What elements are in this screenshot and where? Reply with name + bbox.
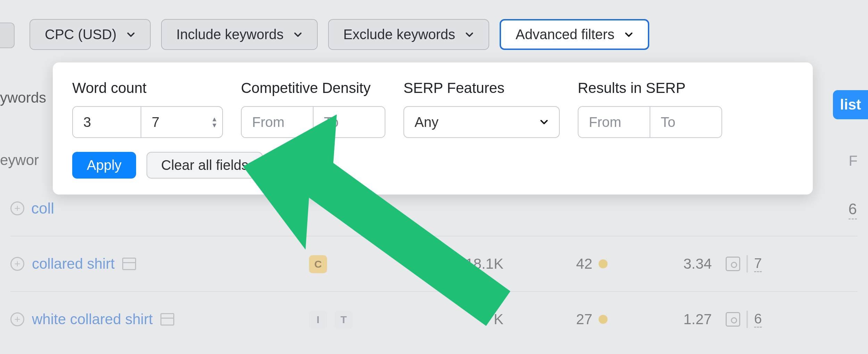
competitive-density-to-input[interactable] (314, 107, 385, 137)
apply-button-label: Apply (87, 157, 122, 173)
filter-bar: CPC (USD) Include keywords Exclude keywo… (0, 19, 868, 50)
word-count-label: Word count (72, 80, 223, 96)
sf-count: 7 (754, 256, 762, 272)
sf-count-fragment: 6 (849, 200, 857, 219)
exclude-keywords-label: Exclude keywords (343, 27, 455, 42)
include-keywords-filter[interactable]: Include keywords (161, 19, 318, 50)
serp-features-group: SERP Features Any (403, 80, 560, 138)
cropped-text: eywor (0, 152, 49, 169)
keyword-table: + collared shirt C 18.1K 42 3.34 7 + whi… (0, 236, 868, 347)
results-in-serp-range (578, 106, 722, 138)
advanced-filters-popover: Word count ▴ ▾ Competitive Density SERP … (53, 62, 813, 195)
list-chip-label: list (840, 96, 861, 113)
serp-features-label: SERP Features (403, 80, 560, 96)
open-icon[interactable] (160, 313, 174, 326)
table-row: + white collared shirt I T K 27 1.27 6 (10, 291, 858, 347)
column-header-fragment: F (849, 153, 858, 169)
number-stepper[interactable]: ▴ ▾ (209, 107, 222, 137)
include-keywords-label: Include keywords (176, 27, 284, 42)
kd-dot-icon (599, 259, 608, 268)
volume-cell: 18.1K (410, 256, 521, 272)
intent-cell: I T (309, 310, 410, 329)
word-count-group: Word count ▴ ▾ (72, 80, 223, 138)
expand-icon[interactable]: + (10, 257, 24, 271)
results-in-serp-label: Results in SERP (578, 80, 722, 96)
chevron-down-icon (624, 30, 633, 39)
results-in-serp-group: Results in SERP (578, 80, 722, 138)
exclude-keywords-filter[interactable]: Exclude keywords (328, 19, 489, 50)
keyword-link[interactable]: white collared shirt (32, 311, 153, 328)
expand-icon[interactable]: + (10, 312, 24, 326)
results-in-serp-from-input[interactable] (578, 107, 650, 137)
serp-features-icon[interactable] (726, 257, 740, 271)
table-row: + collared shirt C 18.1K 42 3.34 7 (10, 236, 858, 291)
advanced-filters-button[interactable]: Advanced filters (500, 19, 649, 50)
table-row-fragment: + coll (10, 200, 54, 217)
clear-all-button[interactable]: Clear all fields (147, 152, 263, 179)
word-count-range: ▴ ▾ (72, 106, 223, 138)
chevron-down-icon (465, 30, 474, 39)
add-to-list-chip[interactable]: list (833, 90, 868, 119)
cpc-cell: 1.27 (621, 311, 726, 328)
stepper-down-icon[interactable]: ▾ (212, 122, 216, 128)
word-count-from-input[interactable] (73, 107, 141, 137)
cropped-text: ywords (0, 89, 49, 106)
kd-value: 27 (576, 311, 592, 328)
keyword-link[interactable]: collared shirt (32, 256, 115, 272)
chevron-down-icon (540, 118, 549, 127)
keyword-link-fragment[interactable]: coll (31, 200, 54, 217)
divider (746, 255, 748, 273)
kd-cell: 42 (521, 256, 621, 272)
word-count-to-input[interactable] (141, 107, 209, 137)
clear-all-button-label: Clear all fields (161, 157, 248, 173)
expand-icon[interactable]: + (10, 201, 24, 215)
sf-cell: 6 (726, 311, 858, 328)
sf-count: 6 (754, 311, 762, 328)
apply-button[interactable]: Apply (72, 152, 136, 179)
serp-features-icon[interactable] (726, 312, 740, 327)
competitive-density-from-input[interactable] (242, 107, 313, 137)
serp-features-select[interactable]: Any (403, 106, 560, 138)
intent-cell: C (309, 254, 410, 273)
chevron-down-icon (293, 30, 302, 39)
intent-badge-informational: I (309, 311, 327, 329)
chevron-down-icon (126, 30, 135, 39)
intent-badge-transactional: T (335, 311, 353, 329)
results-in-serp-to-input[interactable] (650, 107, 721, 137)
volume-cell: K (410, 311, 521, 328)
serp-features-value: Any (415, 114, 439, 130)
sf-cell: 7 (726, 255, 858, 273)
competitive-density-range (241, 106, 385, 138)
open-icon[interactable] (122, 258, 136, 270)
competitive-density-label: Competitive Density (241, 80, 385, 96)
cpc-cell: 3.34 (621, 256, 726, 272)
intent-badge-commercial: C (309, 255, 327, 273)
kd-cell: 27 (521, 311, 621, 328)
divider (746, 311, 748, 328)
kd-value: 42 (576, 256, 592, 272)
kd-dot-icon (599, 315, 608, 324)
cpc-filter-label: CPC (USD) (45, 27, 117, 42)
advanced-filters-label: Advanced filters (516, 27, 615, 42)
cpc-filter[interactable]: CPC (USD) (30, 19, 151, 50)
competitive-density-group: Competitive Density (241, 80, 385, 138)
